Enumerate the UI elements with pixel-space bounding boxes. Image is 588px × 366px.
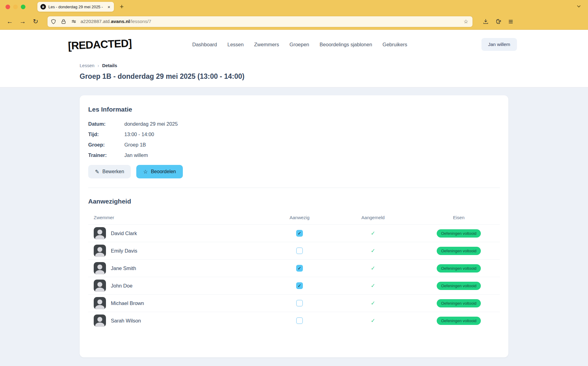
site-logo: [REDACTED] xyxy=(68,37,132,52)
forward-button[interactable]: → xyxy=(17,18,28,25)
present-checkbox[interactable]: ✓ xyxy=(296,230,303,237)
swimmer-avatar xyxy=(94,245,106,257)
downloads-icon[interactable] xyxy=(483,18,489,25)
present-checkbox[interactable]: ✓ xyxy=(296,282,303,289)
col-zwemmer: Zwemmer xyxy=(94,215,263,220)
browser-toolbar: ← → ↻ a2202887.atd.avans.nl/lessons/7 ☆ … xyxy=(0,13,588,29)
swimmer-avatar xyxy=(94,262,106,274)
info-row-trainer: Trainer: Jan willem xyxy=(88,152,500,158)
swimmer-avatar xyxy=(94,227,106,239)
url-text[interactable]: a2202887.atd.avans.nl/lessons/7 xyxy=(81,19,462,24)
attendance-table-header: Zwemmer Aanwezig Aangemeld Eisen xyxy=(88,213,500,224)
lesson-info-fields: Datum: donderdag 29 mei 2025 Tijd: 13:00… xyxy=(88,121,500,158)
col-eisen: Eisen xyxy=(410,215,508,220)
maximize-window-button[interactable] xyxy=(21,5,25,9)
swimmer-name: David Clark xyxy=(111,231,137,236)
requirements-badge: Oefeningen voltooid xyxy=(437,282,481,290)
breadcrumb-lessen[interactable]: Lessen xyxy=(80,63,94,68)
requirements-badge: Oefeningen voltooid xyxy=(437,229,481,238)
requirements-badge: Oefeningen voltooid xyxy=(437,264,481,273)
registered-check-icon: ✓ xyxy=(371,300,375,307)
menu-hamburger-icon[interactable]: ≡ xyxy=(508,18,513,25)
nav-dashboard[interactable]: Dashboard xyxy=(192,42,217,48)
present-checkbox[interactable] xyxy=(296,247,303,254)
lock-icon[interactable] xyxy=(61,19,66,25)
address-bar[interactable]: a2202887.atd.avans.nl/lessons/7 ☆ xyxy=(47,16,473,27)
edit-button[interactable]: ✎ Bewerken xyxy=(88,165,131,178)
card-divider xyxy=(88,188,500,188)
info-row-tijd: Tijd: 13:00 - 14:00 xyxy=(88,132,500,137)
pencil-icon: ✎ xyxy=(95,169,99,175)
tab-close-icon[interactable]: × xyxy=(107,4,111,10)
bookmark-star-icon[interactable]: ☆ xyxy=(462,18,469,25)
present-checkbox[interactable] xyxy=(296,317,303,324)
info-row-datum: Datum: donderdag 29 mei 2025 xyxy=(88,121,500,127)
review-button[interactable]: ☆ Beoordelen xyxy=(136,165,183,178)
lesson-info-title: Les Informatie xyxy=(88,106,500,113)
page-content: Les Informatie Datum: donderdag 29 mei 2… xyxy=(0,87,588,366)
swimmer-name: Sarah Wilson xyxy=(111,318,141,324)
table-row: David Clark ✓ ✓ Oefeningen voltooid xyxy=(88,224,500,242)
main-nav: Dashboard Lessen Zwemmers Groepen Beoord… xyxy=(192,42,407,48)
col-aangemeld: Aangemeld xyxy=(336,215,410,220)
star-rate-icon: ☆ xyxy=(143,169,148,175)
swimmer-name: Jane Smith xyxy=(111,265,136,271)
table-row: Sarah Wilson ✓ Oefeningen voltooid xyxy=(88,312,500,329)
new-tab-button[interactable]: + xyxy=(120,3,124,11)
nav-zwemmers[interactable]: Zwemmers xyxy=(254,42,279,48)
site-header: [REDACTED] Dashboard Lessen Zwemmers Gro… xyxy=(0,30,588,87)
favicon-icon: ʚ xyxy=(40,4,46,10)
nav-beoordelings-sjablonen[interactable]: Beoordelings sjablonen xyxy=(320,42,372,48)
window-controls xyxy=(6,5,25,9)
browser-chrome: ʚ Les - donderdag 29 mei 2025 - × + ← → … xyxy=(0,0,588,30)
registered-check-icon: ✓ xyxy=(371,230,375,237)
swimmer-name: Emily Davis xyxy=(111,248,137,254)
back-button[interactable]: ← xyxy=(4,18,15,25)
page-title: Groep 1B - donderdag 29 mei 2025 (13:00 … xyxy=(80,72,588,81)
tab-bar: ʚ Les - donderdag 29 mei 2025 - × + xyxy=(0,0,588,13)
permissions-icon[interactable] xyxy=(71,19,77,24)
extensions-puzzle-icon[interactable] xyxy=(496,18,502,25)
attendance-title: Aanwezigheid xyxy=(88,198,500,205)
registered-check-icon: ✓ xyxy=(371,247,375,254)
user-menu-button[interactable]: Jan willem xyxy=(481,38,517,51)
requirements-badge: Oefeningen voltooid xyxy=(437,317,481,325)
breadcrumb-details: Details xyxy=(102,63,117,68)
breadcrumb: Lessen › Details xyxy=(80,63,588,68)
table-row: Emily Davis ✓ Oefeningen voltooid xyxy=(88,242,500,259)
nav-groepen[interactable]: Groepen xyxy=(289,42,309,48)
nav-lessen[interactable]: Lessen xyxy=(228,42,244,48)
minimize-window-button[interactable] xyxy=(13,5,18,9)
col-aanwezig: Aanwezig xyxy=(263,215,336,220)
present-checkbox[interactable]: ✓ xyxy=(296,265,303,272)
table-row: John Doe ✓ ✓ Oefeningen voltooid xyxy=(88,277,500,294)
swimmer-avatar xyxy=(94,297,106,309)
attendance-table: Zwemmer Aanwezig Aangemeld Eisen David C… xyxy=(88,213,500,329)
close-window-button[interactable] xyxy=(6,5,10,9)
swimmer-name: John Doe xyxy=(111,283,133,289)
shield-icon[interactable] xyxy=(51,19,56,25)
reload-button[interactable]: ↻ xyxy=(30,18,41,25)
browser-tab[interactable]: ʚ Les - donderdag 29 mei 2025 - × xyxy=(37,2,114,12)
breadcrumb-chevron-icon: › xyxy=(97,63,99,68)
tab-title: Les - donderdag 29 mei 2025 - xyxy=(48,5,104,9)
lesson-card: Les Informatie Datum: donderdag 29 mei 2… xyxy=(80,95,508,357)
swimmer-name: Michael Brown xyxy=(111,300,144,306)
requirements-badge: Oefeningen voltooid xyxy=(437,247,481,255)
swimmer-avatar xyxy=(94,315,106,327)
swimmer-avatar xyxy=(94,280,106,292)
requirements-badge: Oefeningen voltooid xyxy=(437,299,481,307)
info-row-groep: Groep: Groep 1B xyxy=(88,142,500,148)
registered-check-icon: ✓ xyxy=(371,282,375,289)
table-row: Jane Smith ✓ ✓ Oefeningen voltooid xyxy=(88,259,500,277)
registered-check-icon: ✓ xyxy=(371,317,375,324)
tab-list-chevron-icon[interactable] xyxy=(576,4,581,10)
nav-gebruikers[interactable]: Gebruikers xyxy=(383,42,407,48)
registered-check-icon: ✓ xyxy=(371,265,375,272)
present-checkbox[interactable] xyxy=(296,300,303,307)
table-row: Michael Brown ✓ Oefeningen voltooid xyxy=(88,294,500,312)
